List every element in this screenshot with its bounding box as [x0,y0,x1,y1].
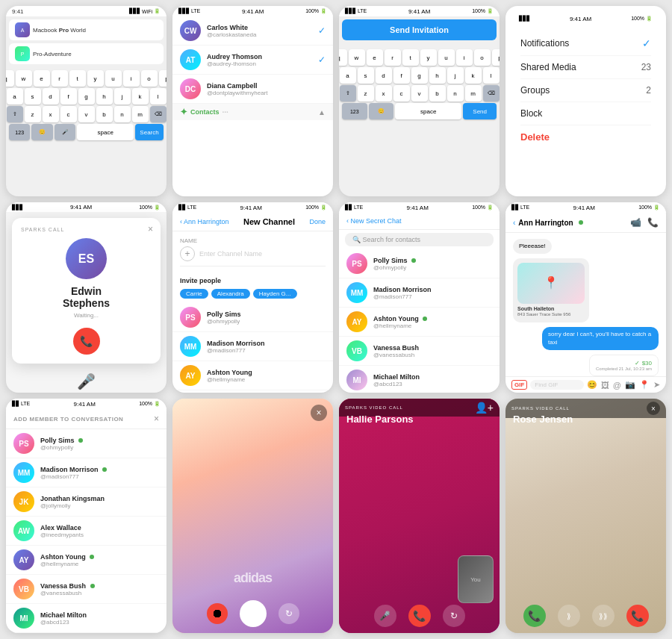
key-f[interactable]: f [60,88,77,105]
inv-key-l[interactable]: l [483,67,500,84]
call-close-button[interactable]: × [148,224,153,234]
inv-key-send[interactable]: Send [463,103,497,119]
inv-key-o[interactable]: o [474,49,491,66]
send-invitation-button[interactable]: Send Invitation [342,19,497,40]
key-h[interactable]: h [96,88,113,105]
add-contact-4[interactable]: AW Alex Wallace @ineedmypants [6,517,167,546]
key-g[interactable]: g [78,88,95,105]
key-space[interactable]: space [77,124,134,140]
shutter-button[interactable] [240,600,267,627]
channel-contact-1[interactable]: PS Polly Sims @ohmypolly [172,303,333,332]
inv-key-t[interactable]: t [402,49,419,66]
inv-key-k[interactable]: k [465,67,482,84]
key-m[interactable]: m [132,106,149,122]
add-contact-7[interactable]: MI Michael Milton @abcd123 [6,604,167,633]
back-button[interactable]: ‹ Ann Harrington [180,218,229,225]
done-button[interactable]: Done [309,218,326,225]
decline-call-button[interactable]: 📞 [626,605,649,627]
inv-key-emoji[interactable]: 😊 [369,103,394,119]
inv-key-space[interactable]: space [395,103,461,119]
gif-button[interactable]: GIF [511,380,527,390]
key-b[interactable]: b [96,106,113,122]
rotate-button-1[interactable]: ↻ [443,605,465,627]
key-x[interactable]: x [43,106,59,122]
key-n[interactable]: n [114,106,131,122]
add-member-close[interactable]: × [154,414,159,424]
add-user-button[interactable]: 👤+ [475,402,494,414]
inv-key-123[interactable]: 123 [342,103,367,119]
chat-input-field[interactable]: Find GIF [530,380,583,390]
key-u[interactable]: u [105,70,122,87]
inv-key-v[interactable]: v [411,85,428,102]
inv-key-b[interactable]: b [429,85,446,102]
photo-icon[interactable]: 🖼 [601,381,609,390]
inv-key-u[interactable]: u [438,49,455,66]
key-z[interactable]: z [25,106,41,122]
chevron-up-icon[interactable]: ▲ [318,108,326,116]
inv-key-s[interactable]: s [358,67,374,84]
video-close-button[interactable]: × [647,402,660,415]
secret-contact-2[interactable]: MM Madison Morrison @madison777 [339,278,500,308]
inv-key-h[interactable]: h [429,67,446,84]
key-mic[interactable]: 🎤 [55,124,75,140]
key-delete[interactable]: ⌫ [150,106,167,122]
emoji-icon[interactable]: 😊 [587,380,597,390]
settings-groups[interactable]: Groups 2 [520,79,651,102]
secret-contact-4[interactable]: VB Vanessa Bush @vanessabush [339,337,500,366]
more-options-button[interactable]: ⟫⟫ [592,605,615,627]
contact-item-1[interactable]: CW Carlos White @carloskastaneda ✓ [172,16,333,46]
photo-close-button[interactable]: × [311,405,327,421]
inv-key-w[interactable]: w [349,49,365,66]
key-p[interactable]: p [159,70,167,87]
channel-name-input[interactable]: + Enter Channel Name [180,246,326,266]
inv-key-shift[interactable]: ⇧ [340,85,356,102]
add-contact-2[interactable]: MM Madison Morrison @madison777 [6,458,167,487]
key-w[interactable]: w [16,70,32,87]
key-shift[interactable]: ⇧ [7,106,23,122]
key-search[interactable]: Search [135,124,164,140]
forward-call-button[interactable]: ⟫ [558,605,580,627]
secret-contact-5[interactable]: MI Michael Milton @abcd123 [339,366,500,393]
key-q[interactable]: q [6,70,14,87]
secret-contact-3[interactable]: AY Ashton Young @hellmyname [339,308,500,337]
key-t[interactable]: t [69,70,86,87]
end-call-button[interactable]: 📞 [73,328,100,355]
inv-key-f[interactable]: f [393,67,410,84]
at-icon[interactable]: @ [613,381,621,390]
secret-back-button[interactable]: ‹ New Secret Chat [346,217,402,225]
inv-key-n[interactable]: n [447,85,464,102]
key-l[interactable]: l [150,88,167,105]
key-r[interactable]: r [52,70,68,87]
suggestion-2[interactable]: P Pro-Adventure [9,43,164,64]
add-photo-icon[interactable]: + [180,246,195,261]
inv-key-y[interactable]: y [420,49,437,66]
tag-hayden[interactable]: Hayden G... [253,289,297,299]
add-contact-1[interactable]: PS Polly Sims @ohmypolly [6,429,167,458]
secret-search[interactable]: 🔍 Search for contacts [345,233,494,246]
inv-key-j[interactable]: j [447,67,464,84]
inv-key-d[interactable]: d [376,67,392,84]
inv-key-z[interactable]: z [358,85,374,102]
key-v[interactable]: v [78,106,95,122]
suggestion-1[interactable]: A Macbook Pro World [9,19,164,40]
inv-key-del[interactable]: ⌫ [483,85,500,102]
camera-icon[interactable]: 📷 [625,380,635,390]
add-contact-3[interactable]: JK Jonathan Kingsman @jollymolly [6,487,167,517]
inv-key-p[interactable]: p [492,49,500,66]
key-d[interactable]: d [43,88,59,105]
secret-contact-1[interactable]: PS Polly Sims @ohmypolly [339,249,500,278]
inv-key-a[interactable]: a [340,67,356,84]
channel-contact-4[interactable]: VB Vanessa Bush @vanessabush [172,390,333,393]
inv-key-q[interactable]: q [339,49,347,66]
inv-key-c[interactable]: c [393,85,410,102]
channel-contact-2[interactable]: MM Madison Morrison @madison777 [172,332,333,361]
flip-camera-button[interactable]: ↻ [279,603,299,624]
key-c[interactable]: c [60,106,77,122]
contact-item-3[interactable]: DC Diana Campbell @dontplaywithmyheart [172,75,333,104]
inv-key-x[interactable]: x [376,85,392,102]
key-s[interactable]: s [25,88,41,105]
tag-carrie[interactable]: Carrie [180,289,208,299]
contact-item-2[interactable]: AT Audrey Thomson @audrey-thomson ✓ [172,46,333,75]
settings-notifications[interactable]: Notifications ✓ [520,31,651,56]
tag-alexandra[interactable]: Alexandra [211,289,250,299]
